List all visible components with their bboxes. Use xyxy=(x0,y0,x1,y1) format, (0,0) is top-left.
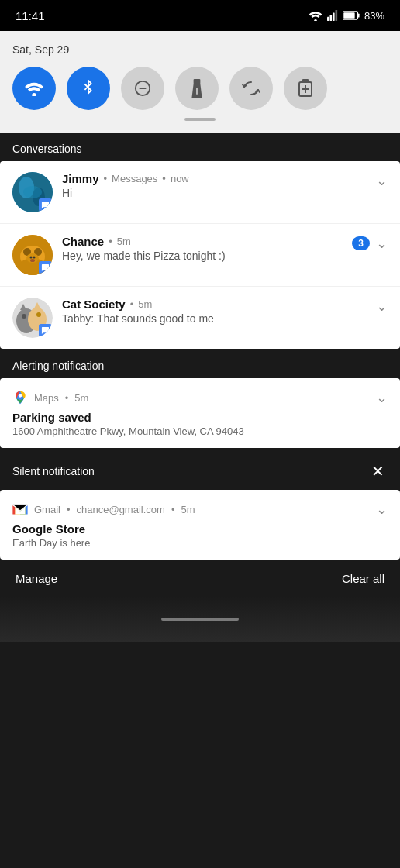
date-label: Sat, Sep 29 xyxy=(12,43,388,56)
maps-title: Parking saved xyxy=(12,411,388,424)
dnd-toggle[interactable] xyxy=(121,67,164,110)
svg-point-35 xyxy=(22,314,26,319)
conversations-header: Conversations xyxy=(0,133,400,161)
wifi-icon xyxy=(309,10,322,21)
conversation-chance[interactable]: Chance • 5m Hey, we made this Pizza toni… xyxy=(0,224,400,287)
jimmy-time: now xyxy=(171,173,189,184)
maps-app-row: Maps • 5m xyxy=(12,390,88,405)
svg-rect-7 xyxy=(343,12,354,19)
bottom-bar: Manage Clear all xyxy=(0,561,400,596)
svg-point-27 xyxy=(30,257,33,259)
bluetooth-toggle-icon xyxy=(81,80,96,97)
wifi-toggle-icon xyxy=(24,81,44,96)
jimmy-name: Jimmy xyxy=(62,172,99,185)
jimmy-app: Messages xyxy=(112,173,157,184)
gmail-app-name: Gmail xyxy=(34,504,60,515)
gmail-expand[interactable]: ⌄ xyxy=(376,501,388,518)
catsociety-actions: ⌄ xyxy=(376,298,388,315)
maps-notification[interactable]: Maps • 5m ⌄ Parking saved 1600 Amphithea… xyxy=(0,378,400,448)
chance-header: Chance • 5m xyxy=(62,235,346,248)
flashlight-toggle[interactable] xyxy=(175,67,219,110)
bluetooth-toggle[interactable] xyxy=(67,67,110,110)
jimmy-sep: • xyxy=(104,173,108,184)
gmail-body: Earth Day is here xyxy=(12,537,388,549)
gmail-sep1: • xyxy=(67,504,71,515)
maps-sep: • xyxy=(65,392,69,404)
jimmy-sep2: • xyxy=(162,173,166,184)
clear-all-button[interactable]: Clear all xyxy=(342,572,384,585)
manage-button[interactable]: Manage xyxy=(16,572,57,585)
jimmy-message-badge xyxy=(39,198,52,212)
svg-rect-4 xyxy=(335,10,337,21)
batterysaver-toggle-icon xyxy=(297,79,314,98)
gmail-notification[interactable]: Gmail • chance@gmail.com • 5m ⌄ Google S… xyxy=(0,490,400,560)
avatar-jimmy xyxy=(12,172,53,212)
maps-time: 5m xyxy=(74,392,88,404)
status-bar: 11:41 83% xyxy=(0,0,400,31)
catsociety-header: Cat Society • 5m xyxy=(62,298,370,311)
batterysaver-toggle[interactable] xyxy=(284,67,327,110)
svg-rect-14 xyxy=(302,79,309,82)
chance-name: Chance xyxy=(62,235,104,248)
gmail-title: Google Store xyxy=(12,522,388,536)
autorotate-toggle[interactable] xyxy=(229,67,273,110)
conversation-jimmy[interactable]: Jimmy • Messages • now Hi ⌄ xyxy=(0,161,400,224)
signal-icon xyxy=(327,10,338,21)
chance-message: Hey, we made this Pizza tonight :) xyxy=(62,250,346,262)
status-time: 11:41 xyxy=(16,9,45,22)
chance-message-badge xyxy=(39,261,52,274)
svg-point-28 xyxy=(33,257,36,259)
flashlight-toggle-icon xyxy=(190,79,204,98)
avatar-chance xyxy=(12,235,53,275)
conversations-card: Jimmy • Messages • now Hi ⌄ xyxy=(0,161,400,349)
message-icon-chance xyxy=(41,264,50,272)
svg-rect-10 xyxy=(139,88,146,89)
maps-expand[interactable]: ⌄ xyxy=(376,389,388,406)
chance-expand[interactable]: ⌄ xyxy=(376,235,388,252)
silent-card: Gmail • chance@gmail.com • 5m ⌄ Google S… xyxy=(0,490,400,560)
jimmy-actions: ⌄ xyxy=(376,172,388,189)
alerting-header: Alerting notification xyxy=(0,350,400,378)
conversations-title: Conversations xyxy=(12,143,82,155)
svg-rect-3 xyxy=(333,13,335,22)
chance-sep: • xyxy=(109,236,112,247)
catsociety-sep: • xyxy=(130,298,134,310)
jimmy-content: Jimmy • Messages • now Hi xyxy=(62,172,370,199)
catsociety-content: Cat Society • 5m Tabby: That sounds good… xyxy=(62,298,370,325)
svg-point-8 xyxy=(32,93,36,96)
gmail-sep2: • xyxy=(171,504,175,515)
catsociety-message-badge xyxy=(39,324,52,337)
gmail-app-row: Gmail • chance@gmail.com • 5m xyxy=(12,503,195,515)
status-icons: 83% xyxy=(309,10,384,22)
svg-point-36 xyxy=(36,312,41,317)
svg-point-29 xyxy=(30,259,35,262)
silent-title: Silent notification xyxy=(12,465,95,477)
svg-point-0 xyxy=(314,19,317,21)
chance-content: Chance • 5m Hey, we made this Pizza toni… xyxy=(62,235,346,262)
alerting-title: Alerting notification xyxy=(12,360,104,372)
jimmy-message: Hi xyxy=(62,187,370,199)
quick-settings-panel: Sat, Sep 29 xyxy=(0,31,400,133)
svg-rect-11 xyxy=(194,79,201,84)
maps-body: 1600 Amphitheatre Pkwy, Mountain View, C… xyxy=(12,425,388,437)
message-icon xyxy=(41,201,50,209)
maps-notif-header: Maps • 5m ⌄ xyxy=(12,389,388,406)
chance-badge: 3 xyxy=(352,236,370,250)
svg-point-20 xyxy=(23,186,42,198)
silent-header: Silent notification ✕ xyxy=(0,450,400,490)
toggle-row xyxy=(12,67,388,110)
gmail-icon xyxy=(12,503,28,515)
drag-handle[interactable] xyxy=(184,118,216,121)
catsociety-message: Tabby: That sounds good to me xyxy=(62,312,370,325)
svg-point-38 xyxy=(19,394,22,397)
conversation-catsociety[interactable]: Cat Society • 5m Tabby: That sounds good… xyxy=(0,287,400,349)
autorotate-toggle-icon xyxy=(242,79,260,98)
home-indicator[interactable] xyxy=(161,618,239,621)
maps-app-name: Maps xyxy=(34,392,59,404)
bottom-area xyxy=(0,596,400,642)
catsociety-expand[interactable]: ⌄ xyxy=(376,298,388,315)
silent-close-button[interactable]: ✕ xyxy=(368,459,388,484)
avatar-catsociety xyxy=(12,298,53,338)
jimmy-expand[interactable]: ⌄ xyxy=(376,172,388,189)
wifi-toggle[interactable] xyxy=(12,67,56,110)
